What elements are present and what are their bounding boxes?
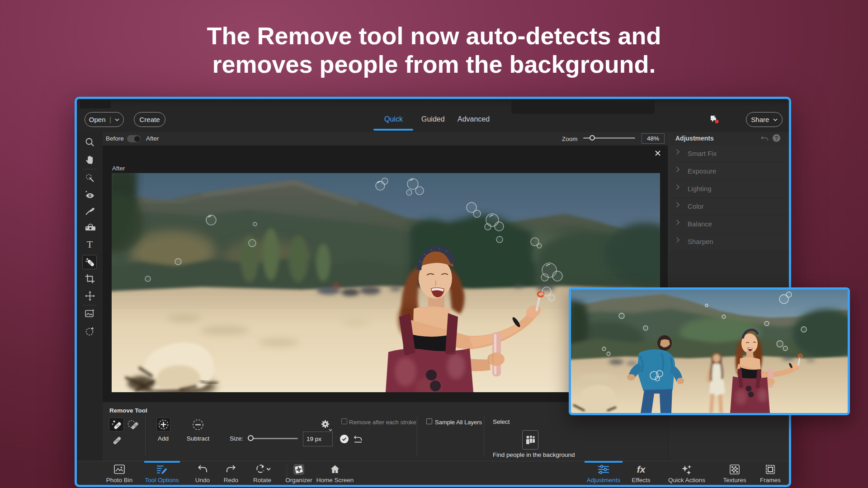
- svg-text:?: ?: [775, 135, 778, 141]
